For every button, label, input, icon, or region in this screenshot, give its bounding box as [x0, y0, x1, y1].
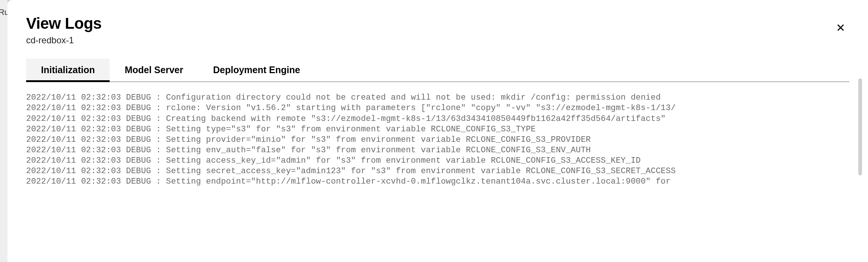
tab-label: Model Server	[125, 65, 183, 75]
scrollbar-thumb[interactable]	[858, 78, 862, 175]
backdrop-sidebar: Ru	[0, 0, 7, 262]
close-icon: ✕	[836, 21, 845, 34]
tab-deployment-engine[interactable]: Deployment Engine	[198, 59, 315, 81]
header-text: View Logs cd-redbox-1	[26, 15, 101, 46]
modal-title: View Logs	[26, 15, 101, 32]
tab-model-server[interactable]: Model Server	[110, 59, 198, 81]
view-logs-modal: View Logs cd-redbox-1 ✕ Initialization M…	[7, 0, 868, 262]
log-line: 2022/10/11 02:32:03 DEBUG : rclone: Vers…	[26, 103, 849, 113]
log-line: 2022/10/11 02:32:03 DEBUG : Setting type…	[26, 124, 849, 135]
log-container[interactable]: 2022/10/11 02:32:03 DEBUG : Configuratio…	[26, 93, 849, 262]
close-button[interactable]: ✕	[831, 19, 849, 37]
log-line: 2022/10/11 02:32:03 DEBUG : Setting endp…	[26, 177, 849, 187]
tabs-bar: Initialization Model Server Deployment E…	[26, 59, 849, 82]
log-line: 2022/10/11 02:32:03 DEBUG : Setting env_…	[26, 145, 849, 156]
tab-label: Deployment Engine	[213, 65, 300, 75]
modal-subtitle: cd-redbox-1	[26, 35, 101, 46]
tab-initialization[interactable]: Initialization	[26, 59, 110, 81]
modal-header: View Logs cd-redbox-1 ✕	[26, 15, 849, 46]
log-line: 2022/10/11 02:32:03 DEBUG : Setting acce…	[26, 156, 849, 166]
log-line: 2022/10/11 02:32:03 DEBUG : Setting secr…	[26, 166, 849, 177]
log-line: 2022/10/11 02:32:03 DEBUG : Configuratio…	[26, 93, 849, 103]
tab-label: Initialization	[41, 65, 95, 75]
log-line: 2022/10/11 02:32:03 DEBUG : Setting prov…	[26, 135, 849, 145]
log-line: 2022/10/11 02:32:03 DEBUG : Creating bac…	[26, 114, 849, 124]
